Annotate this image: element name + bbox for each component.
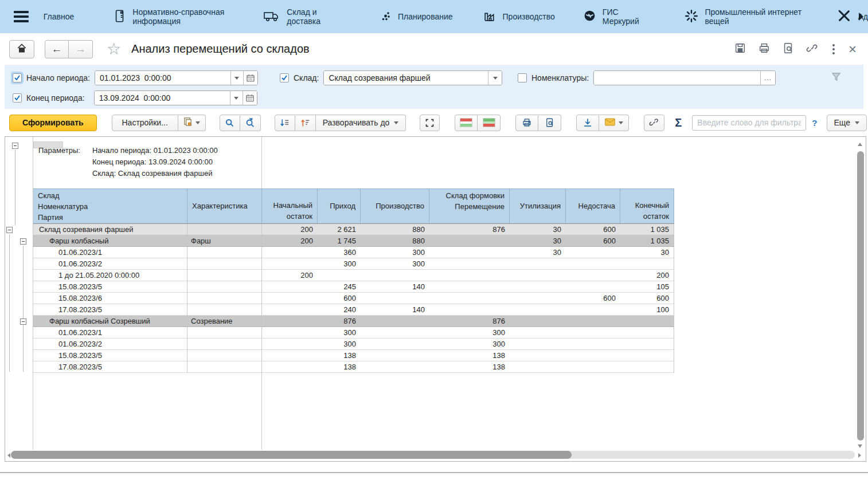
table-cell[interactable]: 200: [262, 270, 318, 281]
expand-groups-button[interactable]: [295, 115, 316, 131]
settings-button[interactable]: Настройки...: [112, 115, 178, 131]
scroll-down-arrow[interactable]: [858, 444, 862, 448]
table-cell[interactable]: [361, 339, 429, 350]
table-cell[interactable]: [262, 281, 318, 293]
table-cell[interactable]: [361, 270, 429, 281]
table-cell[interactable]: [187, 350, 262, 361]
table-cell[interactable]: [187, 339, 262, 350]
column-header[interactable]: Склад формовки Перемещение: [429, 188, 510, 224]
calendar-icon[interactable]: [243, 91, 257, 105]
table-cell[interactable]: 600: [566, 224, 620, 235]
table-cell[interactable]: 300: [318, 258, 361, 270]
table-cell[interactable]: 15.08.2023/6: [33, 293, 187, 304]
table-cell[interactable]: [361, 350, 429, 361]
table-cell[interactable]: 17.08.2023/5: [33, 304, 187, 316]
table-cell[interactable]: [187, 224, 262, 235]
scroll-left-arrow[interactable]: [7, 453, 10, 458]
period-start-input[interactable]: [95, 71, 230, 85]
search-next-button[interactable]: [240, 115, 261, 131]
table-cell[interactable]: 138: [429, 361, 510, 373]
table-cell[interactable]: [510, 281, 566, 293]
table-cell[interactable]: [262, 350, 318, 361]
nav-item-mercury[interactable]: ГИС Меркурий: [582, 7, 657, 26]
table-cell[interactable]: [429, 281, 510, 293]
horizontal-scrollbar-thumb[interactable]: [11, 451, 572, 459]
table-cell[interactable]: [510, 316, 566, 327]
table-cell[interactable]: 876: [318, 316, 361, 327]
table-cell[interactable]: 100: [620, 304, 674, 316]
print-icon[interactable]: [758, 42, 771, 57]
print-preview-button[interactable]: [538, 115, 561, 131]
table-cell[interactable]: 138: [318, 361, 361, 373]
table-cell[interactable]: 876: [429, 224, 510, 235]
table-cell[interactable]: [620, 361, 674, 373]
period-end-checkbox[interactable]: [13, 93, 22, 103]
table-cell[interactable]: [187, 293, 262, 304]
home-button[interactable]: [9, 40, 34, 58]
table-cell[interactable]: [566, 258, 620, 270]
table-cell[interactable]: [187, 247, 262, 258]
table-cell[interactable]: [510, 293, 566, 304]
nav-item-main[interactable]: Главное: [44, 12, 75, 21]
column-header[interactable]: Конечный остаток: [620, 188, 674, 224]
table-cell[interactable]: Фарш колбасный: [33, 235, 187, 247]
table-cell[interactable]: [566, 361, 620, 373]
table-cell[interactable]: 600: [566, 235, 620, 247]
table-cell[interactable]: [620, 327, 674, 339]
collapse-report-button[interactable]: [12, 143, 18, 149]
column-header[interactable]: Характеристика: [187, 188, 262, 224]
table-cell[interactable]: 140: [361, 281, 429, 293]
table-cell[interactable]: 1 745: [318, 235, 361, 247]
table-cell[interactable]: [429, 247, 510, 258]
table-cell[interactable]: 138: [318, 350, 361, 361]
forward-button[interactable]: →: [69, 40, 93, 58]
table-cell[interactable]: [361, 316, 429, 327]
fullscreen-button[interactable]: [420, 115, 440, 131]
vertical-scrollbar-thumb[interactable]: [857, 151, 864, 440]
table-cell[interactable]: [262, 247, 318, 258]
table-cell[interactable]: Склад созревания фаршей: [33, 224, 187, 235]
table-cell[interactable]: [361, 361, 429, 373]
table-cell[interactable]: [187, 361, 262, 373]
scroll-right-arrow[interactable]: [858, 453, 861, 458]
table-cell[interactable]: 15.08.2023/5: [33, 350, 187, 361]
table-cell[interactable]: [262, 258, 318, 270]
table-cell[interactable]: 300: [318, 339, 361, 350]
more-menu-icon[interactable]: [830, 44, 837, 54]
nomenclature-ellipsis-button[interactable]: ...: [760, 71, 775, 85]
table-cell[interactable]: [566, 316, 620, 327]
table-cell[interactable]: 600: [318, 293, 361, 304]
period-start-dropdown-button[interactable]: [230, 71, 243, 85]
table-cell[interactable]: [262, 361, 318, 373]
table-cell[interactable]: [510, 361, 566, 373]
table-cell[interactable]: [566, 281, 620, 293]
table-cell[interactable]: [429, 304, 510, 316]
table-cell[interactable]: 600: [566, 293, 620, 304]
nav-item-planning[interactable]: Планирование: [378, 9, 453, 25]
table-cell[interactable]: 300: [429, 339, 510, 350]
table-cell[interactable]: [566, 327, 620, 339]
generate-button[interactable]: Сформировать: [9, 115, 97, 131]
table-cell[interactable]: 880: [361, 224, 429, 235]
table-cell[interactable]: 876: [429, 316, 510, 327]
table-cell[interactable]: [262, 304, 318, 316]
nav-item-production[interactable]: Производство: [483, 9, 555, 25]
table-cell[interactable]: [262, 327, 318, 339]
print-report-button[interactable]: [515, 115, 538, 131]
table-cell[interactable]: [510, 270, 566, 281]
table-cell[interactable]: [262, 339, 318, 350]
table-cell[interactable]: 15.08.2023/5: [33, 281, 187, 293]
table-cell[interactable]: [510, 327, 566, 339]
column-header[interactable]: Недостача: [566, 188, 620, 224]
table-cell[interactable]: [566, 270, 620, 281]
table-cell[interactable]: Фарш: [187, 235, 262, 247]
table-cell[interactable]: [566, 350, 620, 361]
table-cell[interactable]: [187, 270, 262, 281]
table-cell[interactable]: [429, 235, 510, 247]
table-cell[interactable]: 01.06.2023/1: [33, 327, 187, 339]
close-icon[interactable]: ×: [849, 43, 857, 56]
conditional-format-1-button[interactable]: [455, 115, 478, 131]
conditional-format-2-button[interactable]: [478, 115, 501, 131]
period-start-checkbox[interactable]: [13, 73, 22, 82]
scroll-up-arrow[interactable]: [858, 143, 862, 146]
